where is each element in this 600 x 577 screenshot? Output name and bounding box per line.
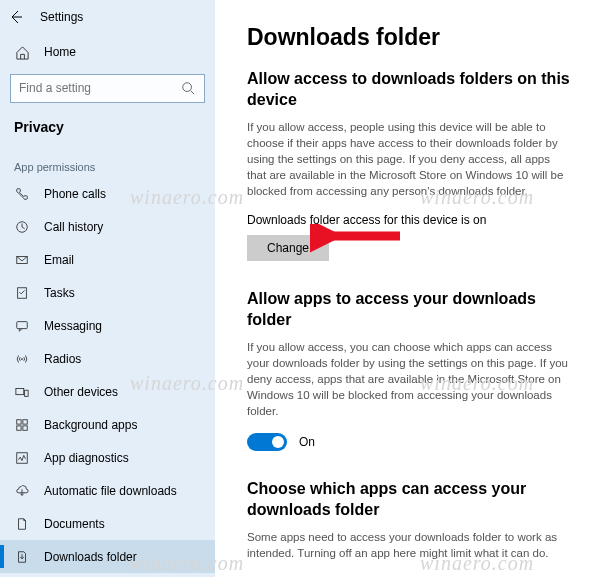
mail-icon [14,252,30,268]
svg-rect-10 [17,419,21,423]
change-button[interactable]: Change [247,235,329,261]
section-title: Privacy [0,113,215,147]
sidebar-item-background-apps[interactable]: Background apps [0,408,215,441]
content-area: Downloads folder Allow access to downloa… [215,0,600,577]
sidebar-item-tasks[interactable]: Tasks [0,276,215,309]
section3-desc: Some apps need to access your downloads … [247,529,572,561]
svg-rect-14 [17,452,28,463]
section1-desc: If you allow access, people using this d… [247,119,572,199]
sidebar: Settings Home Privacy App permissions Ph… [0,0,215,577]
access-toggle[interactable] [247,433,287,451]
sidebar-item-label: Tasks [44,286,75,300]
search-icon [180,80,196,96]
section2-desc: If you allow access, you can choose whic… [247,339,572,419]
settings-window: Settings Home Privacy App permissions Ph… [0,0,600,577]
sidebar-item-other-devices[interactable]: Other devices [0,375,215,408]
sidebar-item-email[interactable]: Email [0,243,215,276]
sidebar-item-messaging[interactable]: Messaging [0,309,215,342]
radios-icon [14,351,30,367]
devices-icon [14,384,30,400]
svg-rect-12 [17,425,21,429]
sidebar-item-label: Email [44,253,74,267]
section1-heading: Allow access to downloads folders on thi… [247,69,572,111]
sidebar-item-app-diagnostics[interactable]: App diagnostics [0,441,215,474]
page-title: Downloads folder [247,24,572,51]
svg-rect-8 [16,388,24,394]
sidebar-item-label: Downloads folder [44,550,137,564]
svg-point-1 [183,83,192,92]
section3-heading: Choose which apps can access your downlo… [247,479,572,521]
downloads-folder-icon [14,549,30,565]
sidebar-item-call-history[interactable]: Call history [0,210,215,243]
svg-rect-11 [23,419,27,423]
tasks-icon [14,285,30,301]
messaging-icon [14,318,30,334]
phone-icon [14,186,30,202]
home-icon [14,44,30,60]
nav-list: Phone calls Call history Email Tasks Mes… [0,177,215,573]
home-label: Home [44,45,76,59]
svg-rect-13 [23,425,27,429]
svg-line-2 [191,91,195,95]
auto-download-icon [14,483,30,499]
sidebar-item-label: Messaging [44,319,102,333]
documents-icon [14,516,30,532]
sidebar-item-label: App diagnostics [44,451,129,465]
sidebar-item-downloads-folder[interactable]: Downloads folder [0,540,215,573]
clock-icon [14,219,30,235]
toggle-row: On [247,433,572,451]
sidebar-item-radios[interactable]: Radios [0,342,215,375]
sidebar-item-label: Radios [44,352,81,366]
sidebar-item-label: Automatic file downloads [44,484,177,498]
app-title: Settings [40,10,83,24]
topbar: Settings [0,0,215,35]
group-label: App permissions [0,147,215,177]
sidebar-item-label: Other devices [44,385,118,399]
toggle-label: On [299,435,315,449]
section2-heading: Allow apps to access your downloads fold… [247,289,572,331]
search-input[interactable] [19,81,169,95]
section1-status: Downloads folder access for this device … [247,213,572,227]
diagnostics-icon [14,450,30,466]
sidebar-item-documents[interactable]: Documents [0,507,215,540]
svg-point-7 [21,358,23,360]
sidebar-item-automatic-file-downloads[interactable]: Automatic file downloads [0,474,215,507]
sidebar-item-label: Background apps [44,418,137,432]
back-icon[interactable] [8,9,24,25]
home-nav[interactable]: Home [0,35,215,70]
sidebar-item-label: Call history [44,220,103,234]
search-input-container[interactable] [10,74,205,103]
sidebar-item-label: Phone calls [44,187,106,201]
sidebar-item-label: Documents [44,517,105,531]
svg-rect-9 [25,390,29,396]
svg-rect-6 [17,321,28,328]
sidebar-item-phone-calls[interactable]: Phone calls [0,177,215,210]
background-apps-icon [14,417,30,433]
